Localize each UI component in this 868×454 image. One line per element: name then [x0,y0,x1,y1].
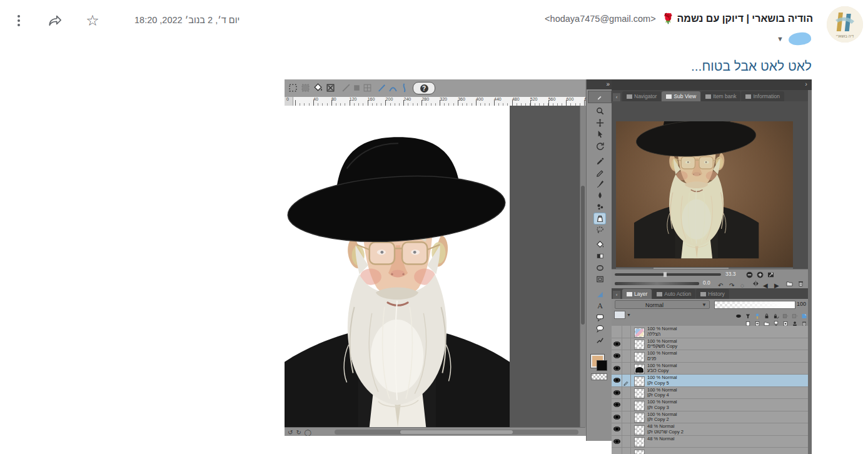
new-page-icon[interactable] [744,318,752,325]
tool-airbrush[interactable] [594,190,605,201]
tab-auto-action[interactable]: Auto Action [652,289,695,299]
tool-balloon[interactable] [594,312,605,323]
layer-thumbnail[interactable] [634,376,645,386]
help-button[interactable]: ? [413,82,435,94]
tool-blend[interactable] [594,213,605,224]
blend-mode-dropdown[interactable]: Normal▼ [615,300,710,309]
rotate-left-icon[interactable]: ↺ [288,429,293,436]
redo-rotate-icon[interactable]: ↷ [729,279,737,287]
stamp-icon[interactable] [791,318,799,325]
layer-visibility-toggle[interactable] [612,326,622,338]
next-arrow-icon[interactable]: ▶ [774,279,782,287]
collapse-tabs-icon[interactable]: ‹ [613,93,620,101]
tool-zoom[interactable] [594,106,605,116]
embedded-screenshot-paint-app[interactable]: ? 0 408012016020024028032036040044048052… [285,79,812,454]
layer-row[interactable]: 100 % Normalהצללה [612,326,808,338]
collapse-tabs-icon[interactable]: ‹ [613,291,620,299]
ruler-special-icon[interactable] [399,83,410,93]
zoom-in-circle-icon[interactable] [756,270,764,278]
tool-mini-tab[interactable] [588,91,612,103]
layer-thumbnail[interactable] [634,413,645,423]
subview-reference-image[interactable] [616,121,793,267]
tool-text[interactable]: A [594,300,605,311]
tab-history[interactable]: History [696,289,729,299]
layer-thumbnail[interactable] [634,437,645,447]
layer-visibility-toggle[interactable] [612,375,622,386]
layer-row[interactable]: 100 % Normalזקן Copy 2 [612,411,808,424]
new-folder-icon[interactable] [763,318,770,325]
layer-row[interactable]: 100 % Normalמשקפיים Copy [612,338,808,351]
reset-view-icon[interactable]: ◯ [305,429,311,436]
layer-thumbnail[interactable] [634,425,645,435]
open-folder-icon[interactable] [785,279,794,287]
layer-thumbnail[interactable] [634,364,645,374]
layer-visibility-toggle[interactable] [612,436,622,448]
select-dots-icon[interactable] [288,83,298,93]
tool-fill-bucket[interactable] [594,240,605,250]
layer-row[interactable]: 100 % Normalזקן Copy 5 [612,375,808,387]
line-icon[interactable] [341,83,351,93]
panel-scrollbar[interactable] [808,90,812,454]
star-button[interactable]: ☆ [80,8,105,33]
tool-figure[interactable] [594,263,605,273]
page-plus-icon[interactable] [754,318,761,325]
trash-icon[interactable] [797,279,805,287]
zoom-slider[interactable] [615,273,721,276]
dot-page-icon[interactable] [782,318,789,325]
lock-pen-icon[interactable] [772,311,780,318]
tab-navigator[interactable]: Navigator [622,91,661,101]
canvas-viewport[interactable] [285,106,585,427]
document-canvas[interactable] [285,106,510,427]
tool-brush[interactable] [594,178,605,189]
layer-visibility-toggle[interactable] [612,399,622,411]
layer-thumbnail[interactable] [634,388,645,398]
layer-visibility-toggle[interactable] [612,338,622,350]
blue-corner-icon[interactable] [800,311,808,318]
tool-pencil[interactable] [594,167,605,178]
grid-icon[interactable] [362,83,373,93]
dropdown-pair2-icon[interactable] [791,311,799,318]
transparent-color-swatch[interactable] [591,373,607,380]
layer-row[interactable]: 100 % Normalזקן Copy 4 [612,387,808,400]
layer-row[interactable]: 100 % Normalפנים [612,350,808,363]
tool-lasso[interactable] [594,224,605,235]
tab-information[interactable]: Information [741,91,784,101]
collapse-panel-icon[interactable]: › [805,80,807,88]
slider-thumb[interactable] [664,272,667,277]
tool-correct[interactable] [594,335,605,346]
scrollbar-thumb[interactable] [581,186,585,325]
layer-visibility-toggle[interactable] [612,387,622,399]
transform-icon[interactable] [325,83,336,93]
rotation-slider[interactable] [615,282,699,285]
prev-arrow-icon[interactable]: ◀ [763,279,771,287]
tool-operation[interactable] [594,129,605,139]
tab-layer[interactable]: Layer [622,289,652,299]
forward-button[interactable] [43,8,68,33]
layer-visibility-toggle[interactable] [612,448,622,454]
transfer-down-icon[interactable] [772,318,780,325]
tool-rotate[interactable] [594,141,605,151]
shape-icon[interactable] [351,83,362,93]
reset-circle-icon[interactable]: ◌ [740,279,749,287]
trash-icon[interactable] [800,318,808,325]
layer-thumbnail[interactable] [634,328,645,338]
layer-visibility-toggle[interactable] [612,411,622,423]
layer-visibility-toggle[interactable] [612,423,622,435]
funnel-icon[interactable] [744,311,752,318]
rotate-right-icon[interactable]: ↻ [296,429,301,436]
scrollbar-thumb[interactable] [400,430,513,434]
canvas-vertical-scrollbar[interactable] [580,106,586,427]
more-options-button[interactable] [6,8,31,33]
ruler-curve-icon[interactable] [388,83,398,93]
layer-visibility-toggle[interactable] [612,350,622,362]
tool-frame[interactable] [594,274,605,285]
layer-row[interactable]: 48 % Normal [612,436,808,448]
tool-gradient[interactable] [594,251,605,261]
ruler-line-icon[interactable] [376,83,387,93]
layer-thumbnail[interactable] [634,340,645,350]
pin-icon[interactable] [754,311,761,318]
layer-row[interactable] [612,448,808,454]
tool-bubble[interactable] [594,323,605,334]
fit-screen-icon[interactable] [767,270,775,278]
layer-thumbnail[interactable] [634,401,645,411]
